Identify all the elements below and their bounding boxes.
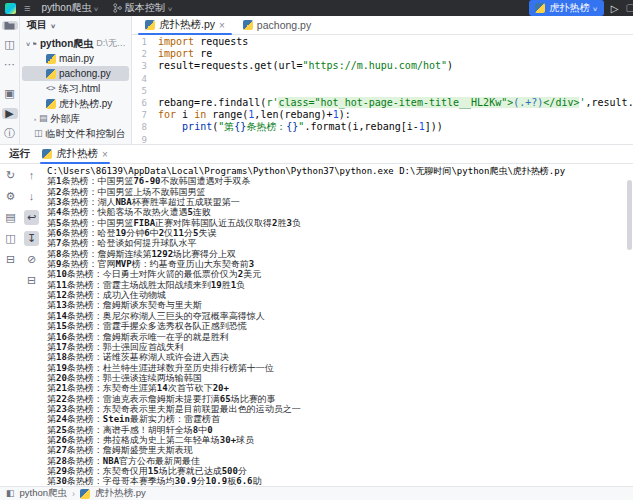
project-file-row[interactable]: 虎扑热榜.py — [22, 96, 129, 111]
console-scrollbar[interactable] — [627, 166, 632, 484]
terminal-tool-button[interactable]: ▣ — [2, 88, 18, 99]
code-area[interactable]: 1import requests2import re3result=reques… — [132, 35, 633, 144]
debug-icon[interactable]: ▢ — [626, 3, 633, 13]
console-line: 第6条热榜：哈登19分钟6中2仅11分5失误 — [47, 228, 633, 238]
code-line[interactable]: 1import requests — [132, 36, 633, 48]
python-file-icon — [46, 54, 56, 64]
console-line: 第13条热榜：詹姆斯谈东契奇与里夫斯 — [47, 300, 633, 310]
scratches-label: 临时文件和控制台 — [46, 127, 126, 141]
prev-occurrence-button[interactable]: ↑ — [24, 168, 39, 183]
html-file-icon: <> — [46, 84, 56, 93]
run-button[interactable]: ▷ — [611, 3, 619, 14]
project-selector-label: python爬虫 — [41, 1, 91, 15]
console-line: 第3条热榜：湖人NBA杯赛胜率超过五成联盟第一 — [47, 197, 633, 207]
editor-tab-pachong[interactable]: pachong.py — [234, 16, 320, 34]
python-file-icon — [243, 20, 253, 30]
console-line: 第15条热榜：雷霆手握众多选秀权各队正感到恐慌 — [47, 321, 633, 331]
chevron-down-icon: ∨ — [50, 22, 56, 29]
code-line[interactable]: 4 — [132, 73, 633, 85]
code-line[interactable]: 7for i in range(1,len(rebang)+1): — [132, 109, 633, 121]
file-name: 虎扑热榜.py — [59, 97, 112, 111]
python-file-icon — [46, 69, 56, 79]
breadcrumb-project[interactable]: python爬虫 — [20, 487, 68, 500]
editor-tab-bar: 虎扑热榜.py × pachong.py — [132, 16, 633, 35]
external-libraries-label: 外部库 — [51, 112, 81, 126]
project-selector[interactable]: python爬虫 ∨ — [38, 0, 101, 16]
code-line[interactable]: 3result=requests.get(url="https://m.hupu… — [132, 60, 633, 72]
scroll-to-end-button[interactable]: ↧ — [24, 231, 39, 246]
chevron-down-icon: ∨ — [94, 5, 100, 12]
more-tools-button[interactable]: ⋯ — [2, 59, 18, 70]
run-tool-button[interactable]: ▶ — [2, 108, 18, 119]
project-root-row[interactable]: ∨ python爬虫 D:\无聊时间\python爬虫 — [22, 36, 129, 51]
external-libraries-row[interactable]: › ▤ 外部库 — [22, 111, 129, 126]
run-tab[interactable]: 虎扑热榜 × — [42, 145, 108, 163]
commit-tool-button[interactable]: ◫ — [2, 39, 18, 50]
code-line[interactable]: 2import re — [132, 48, 633, 60]
layout-corner-icon[interactable]: ◧ — [6, 489, 15, 498]
project-file-row[interactable]: pachong.py — [22, 66, 129, 81]
breadcrumb-file[interactable]: 虎扑热榜.py — [95, 487, 146, 500]
delete-button[interactable]: ⊟ — [24, 273, 39, 288]
chevron-right-icon[interactable]: › — [34, 116, 37, 122]
chevron-down-icon[interactable]: ∨ — [25, 40, 31, 47]
console-line: 第20条热榜：郭士强谈连续两场输韩国 — [47, 373, 633, 383]
file-name: pachong.py — [59, 68, 111, 79]
run-tab-label: 虎扑热榜 — [56, 147, 98, 161]
split-window-button[interactable]: ◫ — [3, 231, 18, 246]
console-line: 第4条热榜：快船客场不敌热火遭遇5连败 — [47, 207, 633, 217]
rerun-button[interactable]: ↻ — [3, 168, 18, 183]
editor-tab-hupu[interactable]: 虎扑热榜.py × — [136, 16, 234, 34]
main-menu-icon[interactable]: ≡ — [24, 3, 30, 14]
problems-tool-button[interactable]: ⓘ — [2, 128, 18, 139]
project-tool-button[interactable] — [2, 21, 18, 30]
vcs-selector-label: 版本控制 — [125, 1, 165, 15]
run-config-selector[interactable]: 虎扑热榜 ∨ — [529, 0, 603, 16]
chevron-down-icon: ∨ — [593, 5, 599, 12]
console-line: 第10条热榜：今日勇士对阵火箭的最低票价仅为2美元 — [47, 269, 633, 279]
soft-wrap-button[interactable]: ↩ — [24, 210, 39, 225]
chevron-down-icon: ∨ — [167, 5, 173, 12]
console-line: 第19条热榜：杜兰特生涯进球数升至历史排行榜第十一位 — [47, 363, 633, 373]
folder-icon — [33, 39, 37, 48]
run-panel-header: 运行 虎扑热榜 × — [0, 145, 633, 164]
next-occurrence-button[interactable]: ↓ — [24, 189, 39, 204]
status-bar: ◧ python爬虫 › 虎扑热榜.py — [0, 486, 633, 500]
code-line[interactable]: 9 — [132, 134, 633, 144]
run-panel-title: 运行 — [9, 147, 30, 161]
console-line: 第24条热榜：Stein最新实力榜：雷霆榜首 — [47, 414, 633, 424]
scratches-row[interactable]: ◫ 临时文件和控制台 — [22, 126, 129, 141]
tab-label: pachong.py — [257, 19, 311, 31]
pycharm-logo — [5, 3, 16, 14]
vcs-selector[interactable]: 版本控制 ∨ — [110, 0, 175, 16]
tab-label: 虎扑热榜.py — [159, 18, 215, 32]
close-icon[interactable]: × — [102, 149, 108, 160]
code-line[interactable]: 6rebang=re.findall(r'class="hot_hot-page… — [132, 97, 633, 109]
python-file-icon — [80, 489, 90, 499]
run-toolbar: ↻ ⚙ ▤ ◫ ⊟ — [0, 164, 21, 486]
main-area: ◫ ⋯ ▣ ▶ ⓘ ◇ 项目 ∨ ∨ python爬虫 D:\无聊时间\ — [0, 16, 633, 144]
project-panel-header[interactable]: 项目 ∨ — [20, 16, 131, 34]
project-file-row[interactable]: <> 练习.html — [22, 81, 129, 96]
settings-button[interactable]: ⚙ — [3, 189, 18, 204]
console-line: 第25条热榜：离谱手感！胡明轩全场8中0 — [47, 425, 633, 435]
chevron-right-icon: › — [72, 489, 75, 499]
console-output[interactable]: C:\Users\86139\AppData\Local\Programs\Py… — [42, 164, 633, 486]
close-icon[interactable]: × — [219, 20, 225, 31]
console-line: 第23条热榜：东契奇表示里夫斯是目前联盟最出色的运动员之一 — [47, 404, 633, 414]
python-file-icon — [46, 99, 56, 109]
pin-button[interactable]: ⊟ — [3, 252, 18, 267]
clear-all-button[interactable]: ⊘ — [24, 252, 39, 267]
console-command-line: C:\Users\86139\AppData\Local\Programs\Py… — [47, 166, 633, 176]
project-panel-title: 项目 — [27, 18, 47, 32]
scrollbar-thumb[interactable] — [627, 180, 632, 250]
console-line: 第5条热榜：中国男篮FIBA正赛对阵韩国队近五战仅取得2胜3负 — [47, 218, 633, 228]
code-line[interactable]: 5 — [132, 85, 633, 97]
console-line: 第11条热榜：雷霆主场战胜太阳战绩来到19胜1负 — [47, 280, 633, 290]
line-number: 3 — [132, 60, 158, 72]
view-list-button[interactable]: ▤ — [3, 210, 18, 225]
folder-icon — [4, 21, 15, 30]
project-file-row[interactable]: main.py — [22, 51, 129, 66]
code-line[interactable]: 8 print("第{}条热榜：{}".format(i,rebang[i-1]… — [132, 121, 633, 133]
line-number: 6 — [132, 97, 158, 109]
